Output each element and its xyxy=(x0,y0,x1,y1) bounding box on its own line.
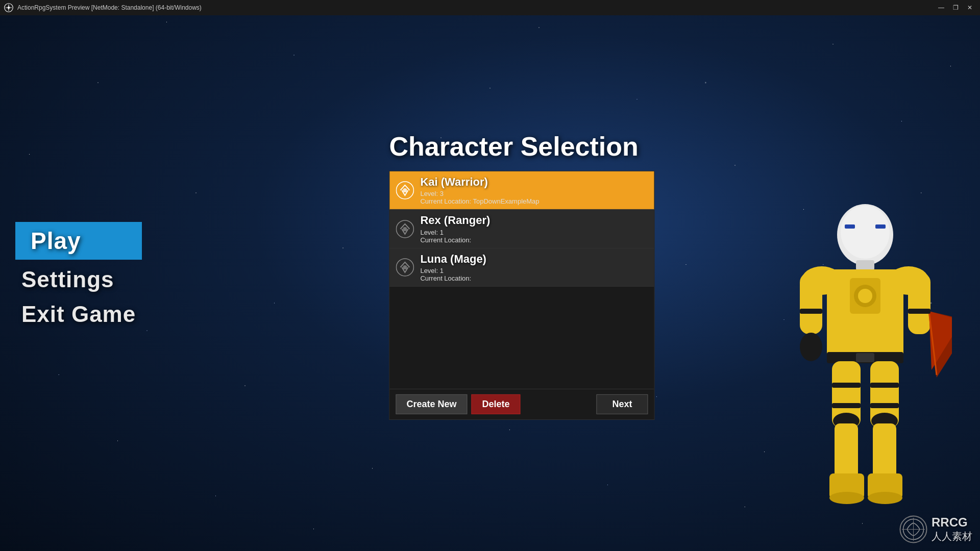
close-button[interactable]: ✕ xyxy=(964,3,976,13)
svg-point-5 xyxy=(403,227,407,231)
play-button[interactable]: Play xyxy=(15,222,142,260)
character-level-luna: Level: 1 xyxy=(420,267,648,274)
restore-button[interactable]: ❐ xyxy=(949,3,962,13)
panel-buttons: Create New Delete Next xyxy=(389,389,654,419)
character-info-kai: Kai (Warrior) Level: 3 Current Location:… xyxy=(420,176,648,205)
svg-point-1 xyxy=(8,7,10,9)
character-item-luna[interactable]: Luna (Mage) Level: 1 Current Location: xyxy=(389,248,654,287)
character-level-kai: Level: 3 xyxy=(420,190,648,197)
character-selection-panel: Character Selection Kai (Warrior) Level:… xyxy=(389,131,654,420)
character-list: Kai (Warrior) Level: 3 Current Location:… xyxy=(389,171,654,420)
title-bar: ActionRpgSystem Preview [NetMode: Standa… xyxy=(0,0,980,15)
character-info-rex: Rex (Ranger) Level: 1 Current Location: xyxy=(420,214,648,243)
watermark-brand-cn: 人人素材 xyxy=(932,530,972,543)
character-icon-luna xyxy=(396,258,414,277)
settings-button[interactable]: Settings xyxy=(15,265,142,294)
watermark-brand: RRCG xyxy=(932,515,972,530)
character-icon-kai xyxy=(396,181,414,199)
watermark-text-block: RRCG 人人素材 xyxy=(932,515,972,543)
empty-list-area xyxy=(389,287,654,389)
delete-button[interactable]: Delete xyxy=(471,394,520,414)
character-item-kai[interactable]: Kai (Warrior) Level: 3 Current Location:… xyxy=(389,171,654,210)
minimize-button[interactable]: — xyxy=(935,3,947,13)
exit-game-button[interactable]: Exit Game xyxy=(15,299,142,329)
character-level-rex: Level: 1 xyxy=(420,229,648,236)
character-location-luna: Current Location: xyxy=(420,274,648,282)
character-icon-rex xyxy=(396,219,414,238)
panel-buttons-left: Create New Delete xyxy=(396,394,520,414)
next-button[interactable]: Next xyxy=(596,394,648,414)
character-location-rex: Current Location: xyxy=(420,236,648,244)
title-bar-controls: — ❐ ✕ xyxy=(935,3,976,13)
create-new-button[interactable]: Create New xyxy=(396,394,467,414)
character-name-rex: Rex (Ranger) xyxy=(420,214,648,227)
panel-title: Character Selection xyxy=(389,131,654,162)
character-name-luna: Luna (Mage) xyxy=(420,253,648,266)
ue-logo-icon xyxy=(4,3,13,12)
character-info-luna: Luna (Mage) Level: 1 Current Location: xyxy=(420,253,648,282)
watermark: RRCG 人人素材 xyxy=(899,515,972,543)
svg-point-7 xyxy=(403,265,407,269)
svg-point-3 xyxy=(403,188,407,192)
character-location-kai: Current Location: TopDownExampleMap xyxy=(420,197,648,205)
title-bar-text: ActionRpgSystem Preview [NetMode: Standa… xyxy=(17,4,202,11)
watermark-logo-icon xyxy=(899,515,927,543)
character-name-kai: Kai (Warrior) xyxy=(420,176,648,189)
character-item-rex[interactable]: Rex (Ranger) Level: 1 Current Location: xyxy=(389,210,654,248)
title-bar-left: ActionRpgSystem Preview [NetMode: Standa… xyxy=(4,3,202,12)
left-menu: Play Settings Exit Game xyxy=(15,222,142,329)
